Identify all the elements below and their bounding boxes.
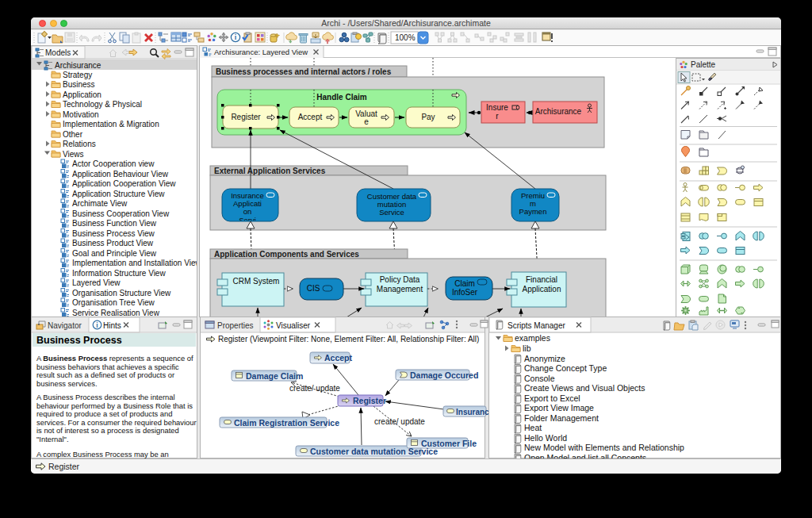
svg-text:e: e [364,117,369,126]
svg-text:Application Structure View: Application Structure View [72,190,165,198]
svg-text:Handle Claim: Handle Claim [316,93,366,102]
svg-text:on: on [243,207,252,216]
svg-text:Organisation Structure View: Organisation Structure View [72,289,171,297]
svg-text:Register (Viewpoint Filter: No: Register (Viewpoint Filter: None, Elemen… [218,335,479,343]
svg-text:Register: Register [231,113,261,121]
svg-text:Management: Management [377,285,423,294]
svg-text:business behaviors that achiev: business behaviors that achieves a speci… [36,363,179,371]
svg-text:result such as a defined set o: result such as a defined set of products… [36,370,174,379]
svg-text:Visualiser: Visualiser [276,321,311,330]
svg-text:Damage Occured: Damage Occured [410,370,478,380]
svg-text:i: i [235,33,237,41]
svg-text:100%: 100% [395,33,416,42]
svg-text:Service Realisation View: Service Realisation View [72,309,160,317]
svg-text:Views: Views [63,150,84,159]
svg-text:Strategy: Strategy [63,71,92,79]
svg-text:Pay: Pay [421,113,435,121]
svg-text:Damage Claim: Damage Claim [246,371,303,381]
svg-text:A complex Business Process may: A complex Business Process may be an [36,450,169,459]
svg-text:Claim Registration Service: Claim Registration Service [234,418,339,428]
svg-text:New Model with Elements and Re: New Model with Elements and Relationship [524,443,684,452]
svg-text:Business Product View: Business Product View [72,239,154,247]
svg-text:Business Function View: Business Function View [72,219,157,228]
svg-text:Export View Image: Export View Image [524,403,594,412]
svg-text:Navigator: Navigator [48,321,82,330]
svg-text:Heat: Heat [524,423,542,432]
svg-text:Business Process: Business Process [36,335,122,346]
svg-text:behaviour performed by a Busin: behaviour performed by a Business Role t… [36,401,193,410]
svg-text:CRM System: CRM System [233,277,280,286]
svg-text:InfoSer: InfoSer [452,288,478,297]
svg-text:Application: Application [523,285,561,294]
svg-text:Archimate View: Archimate View [72,199,128,208]
svg-text:Accept: Accept [298,113,323,121]
svg-text:Organisation Tree View: Organisation Tree View [72,298,155,307]
svg-text:Export to Excel: Export to Excel [524,393,580,403]
svg-text:Actor Cooperation view: Actor Cooperation view [72,159,155,168]
svg-text:Business: Business [63,80,95,89]
svg-text:Other: Other [63,130,83,139]
svg-text:Archisurance: Archisurance [55,61,102,70]
svg-text:Register: Register [353,396,386,405]
svg-text:create/ update: create/ update [374,417,425,426]
svg-text:Hello World: Hello World [524,433,567,443]
svg-text:Application Components and Ser: Application Components and Services [214,250,359,259]
svg-text:Hints: Hints [103,321,121,330]
svg-text:Motivation: Motivation [63,110,99,119]
svg-text:Scripts Manager: Scripts Manager [508,321,565,330]
svg-text:Insure: Insure [486,103,508,112]
svg-text:A Business Process represents: A Business Process represents a sequence… [36,354,193,363]
svg-text:"Internal".: "Internal". [36,435,69,443]
svg-text:Claim: Claim [454,279,475,288]
svg-text:Anonymize: Anonymize [524,354,565,363]
svg-text:Goal and Principle View: Goal and Principle View [72,249,157,258]
svg-text:is not of interest so a proces: is not of interest so a process is desig… [36,426,179,435]
svg-text:Accept: Accept [324,353,353,363]
svg-text:Create Views and Visual Object: Create Views and Visual Objects [524,383,645,393]
svg-text:External Application Services: External Application Services [214,167,326,175]
svg-text:Implementation & Migration: Implementation & Migration [63,120,159,129]
svg-text:Information Structure View: Information Structure View [72,269,166,278]
svg-text:lib: lib [523,343,531,353]
svg-text:Paymen: Paymen [519,207,547,216]
svg-text:Implementation and Installatio: Implementation and Installation View [72,259,197,267]
svg-text:Models: Models [45,48,71,57]
svg-text:Archisurance: Layered View: Archisurance: Layered View [214,48,308,56]
svg-text:Relations: Relations [63,140,96,148]
svg-text:Business Cooperation View: Business Cooperation View [72,209,170,218]
svg-text:A Business Process describes t: A Business Process describes the interna… [36,393,175,401]
svg-text:services. For a consumer the r: services. For a consumer the required be… [36,418,197,427]
svg-text:required to produce a set of p: required to produce a set of products an… [36,409,172,418]
svg-text:Service: Service [379,208,404,217]
svg-text:create/ update: create/ update [289,384,340,393]
svg-text:Archisurance: Archisurance [535,107,582,116]
svg-text:business services.: business services. [36,379,98,388]
svg-text:Customer File: Customer File [421,439,477,448]
svg-text:Layered View: Layered View [72,278,121,287]
svg-text:i: i [96,321,98,329]
svg-text:Properties: Properties [217,321,254,330]
svg-text:Application Behaviour View: Application Behaviour View [72,170,169,178]
svg-text:Change Concept Type: Change Concept Type [524,363,607,373]
svg-text:Application: Application [63,90,102,99]
svg-text:examples: examples [515,333,550,343]
svg-text:Application Cooperation View: Application Cooperation View [72,179,176,188]
svg-text:CIS: CIS [307,284,320,293]
svg-text:Customer data mutation Service: Customer data mutation Service [310,447,438,456]
svg-text:Console: Console [524,374,555,383]
svg-text:Business Process View: Business Process View [72,229,155,238]
svg-text:Business processes and interna: Business processes and internal actors /… [216,67,392,76]
svg-text:Financial: Financial [526,275,557,284]
svg-text:Policy Data: Policy Data [380,275,420,284]
svg-text:Technology & Physical: Technology & Physical [63,100,142,109]
svg-text:Folder Management: Folder Management [524,413,599,423]
svg-text:Palette: Palette [691,60,716,69]
